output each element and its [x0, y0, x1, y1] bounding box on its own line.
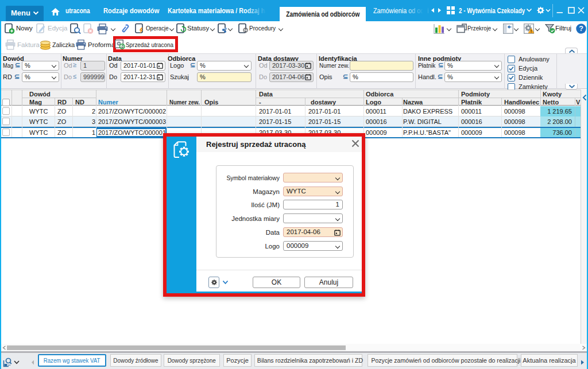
svg-text:?: ?: [579, 25, 583, 33]
